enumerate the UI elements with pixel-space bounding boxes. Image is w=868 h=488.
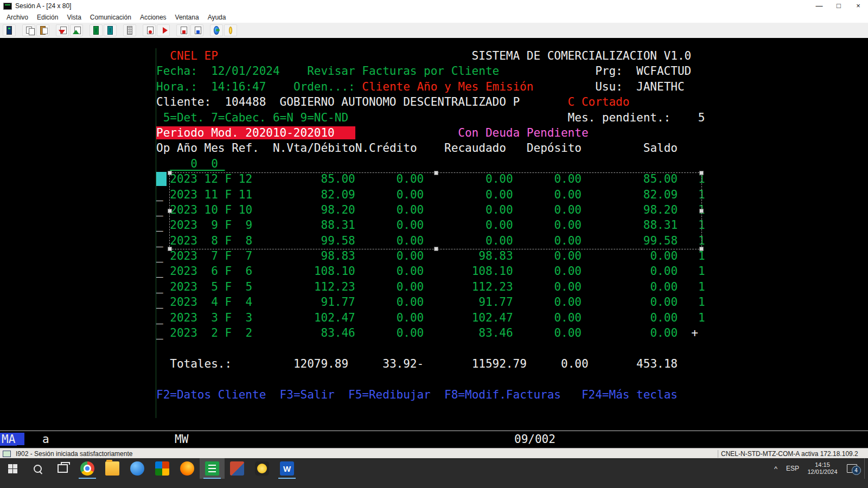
terminal-row: Fecha: 12/01/2024 Revisar Facturas por C… — [156, 63, 705, 79]
chrome-icon — [80, 461, 94, 476]
terminal-cursor — [156, 172, 167, 186]
menu-ayuda[interactable]: Ayuda — [203, 14, 231, 21]
title-bar: Sesión A - [24 x 80] — □ × — [0, 0, 868, 12]
play-macro-icon — [161, 27, 166, 34]
keypad-button[interactable] — [123, 24, 136, 36]
status-message: I902 - Sesión iniciada satisfactoriament… — [16, 450, 718, 458]
language-indicator[interactable]: ESP — [783, 465, 802, 472]
copy-icon — [26, 27, 31, 34]
system-tray: ^ ESP 14:15 12/01/2024 4 — [769, 458, 868, 479]
close-button[interactable]: × — [848, 0, 868, 12]
marquee-handle[interactable] — [434, 247, 438, 251]
oia-mw-indicator: MW — [175, 433, 188, 446]
marquee-handle[interactable] — [699, 247, 704, 251]
terminal-session-icon — [205, 461, 219, 476]
marquee-handle[interactable] — [699, 171, 704, 175]
help-ideas-icon — [229, 27, 232, 34]
terminal-row: _ 2023 4 F 4 91.77 0.00 91.77 0.00 0.00 … — [156, 294, 705, 310]
menu-edicion[interactable]: Edición — [33, 14, 62, 21]
display-alt-icon — [107, 26, 113, 35]
menu-archivo[interactable]: Archivo — [2, 14, 33, 21]
maximize-button[interactable]: □ — [829, 0, 848, 12]
window-controls: — □ × — [809, 0, 868, 12]
terminal-row: Totales.: 12079.89 33.92- 11592.79 0.00 … — [156, 356, 705, 371]
status-connection: CNEL-N-STD-MTZ-COM-A activa 172.18.109.2 — [718, 450, 868, 458]
tray-expand-button[interactable]: ^ — [769, 465, 783, 473]
terminal-row: Cliente: 104488 GOBIERNO AUTONOMO DESCEN… — [156, 94, 705, 110]
macro-edit-icon — [194, 27, 200, 34]
terminal-screen[interactable]: CNEL EP SISTEMA DE COMERCIALIZACION V1.0… — [0, 38, 868, 448]
marquee-handle[interactable] — [434, 171, 438, 175]
terminal-row: Hora.: 14:16:47 Orden...: Cliente Año y … — [156, 79, 705, 94]
chrome-taskbar-button[interactable] — [75, 458, 100, 479]
marquee-handle[interactable] — [168, 247, 172, 251]
record-macro-button[interactable] — [143, 24, 156, 36]
firefox-taskbar-button[interactable] — [175, 458, 200, 479]
macro-edit-button[interactable] — [190, 24, 203, 36]
oia-bar: MA a MW 09/002 — [0, 433, 868, 448]
macro-step-icon — [180, 27, 186, 34]
connect-session-button[interactable] — [3, 24, 16, 36]
taskbar-apps: W — [75, 458, 299, 479]
terminal-row: 5=Det. 7=Cabec. 6=N 9=NC-ND Mes. pendien… — [156, 110, 705, 125]
copy-button[interactable] — [22, 24, 35, 36]
clock-button[interactable]: 14:15 12/01/2024 — [802, 458, 843, 479]
terminal-row — [156, 402, 705, 418]
terminal-row: Periodo Mod. 202010-202010 Con Deuda Pen… — [156, 125, 705, 140]
app-icon — [3, 3, 12, 10]
play-macro-button[interactable] — [157, 24, 170, 36]
terminal-session-taskbar-button[interactable] — [200, 458, 225, 479]
receive-file-icon — [74, 27, 79, 34]
paste-button[interactable] — [36, 24, 49, 36]
taskbar: W ^ ESP 14:15 12/01/2024 4 — [0, 458, 868, 488]
search-button[interactable] — [25, 458, 50, 479]
photos-taskbar-button[interactable] — [150, 458, 175, 479]
map-app-taskbar-button[interactable] — [125, 458, 150, 479]
marquee-handle[interactable] — [699, 209, 704, 213]
oia-cursor-block — [17, 433, 24, 445]
display-session-button[interactable] — [90, 24, 103, 36]
office-app-taskbar-button[interactable] — [225, 458, 250, 479]
menu-ventana[interactable]: Ventana — [171, 14, 203, 21]
windows-logo-icon — [8, 464, 17, 473]
menu-comunicacion[interactable]: Comunicación — [86, 14, 136, 21]
start-button[interactable] — [0, 458, 25, 479]
task-view-button[interactable] — [50, 458, 75, 479]
send-file-icon — [60, 27, 65, 34]
word-taskbar-button[interactable]: W — [275, 458, 299, 479]
file-explorer-taskbar-button[interactable] — [100, 458, 125, 479]
notification-button[interactable]: 4 — [843, 464, 861, 473]
terminal-row: 0 0 — [156, 156, 705, 171]
menu-bar: ArchivoEdiciónVistaComunicaciónAccionesV… — [0, 12, 868, 23]
marquee-handle[interactable] — [168, 209, 172, 213]
utility-app-taskbar-button[interactable] — [250, 458, 275, 479]
window-title: Sesión A - [24 x 80] — [15, 2, 71, 10]
word-icon: W — [280, 461, 294, 476]
oia-cursor-position: 09/002 — [514, 433, 556, 446]
terminal-row: _ 2023 7 F 7 98.83 0.00 98.83 0.00 0.00 … — [156, 248, 705, 264]
terminal-row: CNEL EP SISTEMA DE COMERCIALIZACION V1.0 — [156, 48, 705, 63]
menu-acciones[interactable]: Acciones — [136, 14, 171, 21]
office-app-icon — [230, 461, 244, 476]
terminal-row: _ 2023 6 F 6 108.10 0.00 108.10 0.00 0.0… — [156, 264, 705, 279]
receive-file-button[interactable] — [70, 24, 83, 36]
notification-icon: 4 — [847, 464, 857, 473]
web-browser-button[interactable] — [210, 24, 223, 36]
oia-system-indicator: MA — [0, 433, 17, 446]
show-desktop-button[interactable] — [864, 458, 868, 479]
status-bar: I902 - Sesión iniciada satisfactoriament… — [0, 448, 868, 459]
minimize-button[interactable]: — — [809, 0, 829, 12]
menu-vista[interactable]: Vista — [62, 14, 85, 21]
record-macro-icon — [146, 27, 152, 34]
search-icon — [34, 465, 42, 473]
paste-icon — [40, 26, 46, 35]
terminal-row — [156, 371, 705, 387]
macro-step-button[interactable] — [176, 24, 189, 36]
help-ideas-button[interactable] — [224, 24, 237, 36]
send-file-button[interactable] — [56, 24, 69, 36]
oia-separator — [0, 431, 868, 431]
marquee-handle[interactable] — [168, 171, 172, 175]
selection-marquee[interactable] — [169, 172, 702, 249]
terminal-row: _ 2023 3 F 3 102.47 0.00 102.47 0.00 0.0… — [156, 310, 705, 325]
display-alt-button[interactable] — [104, 24, 117, 36]
